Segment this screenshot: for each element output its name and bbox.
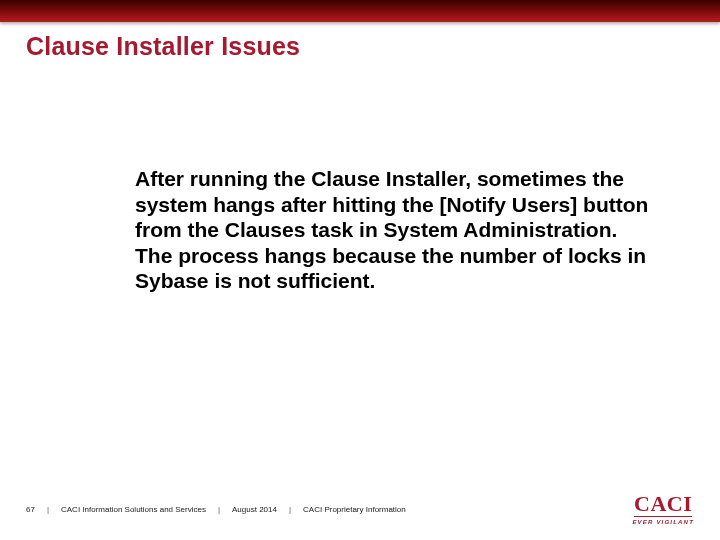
footer: 67 | CACI Information Solutions and Serv… xyxy=(26,494,694,524)
header-bar xyxy=(0,0,720,22)
footer-classification: CACI Proprietary Information xyxy=(303,505,406,514)
footer-separator: | xyxy=(218,505,220,514)
logo-text: CACI xyxy=(634,493,692,517)
footer-left: 67 | CACI Information Solutions and Serv… xyxy=(26,505,406,514)
page-number: 67 xyxy=(26,505,35,514)
footer-date: August 2014 xyxy=(232,505,277,514)
footer-separator: | xyxy=(47,505,49,514)
slide: Clause Installer Issues After running th… xyxy=(0,0,720,540)
slide-body: After running the Clause Installer, some… xyxy=(135,166,655,294)
slide-title: Clause Installer Issues xyxy=(26,32,300,61)
footer-org: CACI Information Solutions and Services xyxy=(61,505,206,514)
logo-tagline: EVER VIGILANT xyxy=(632,519,694,525)
logo: CACI EVER VIGILANT xyxy=(632,493,694,525)
footer-separator: | xyxy=(289,505,291,514)
